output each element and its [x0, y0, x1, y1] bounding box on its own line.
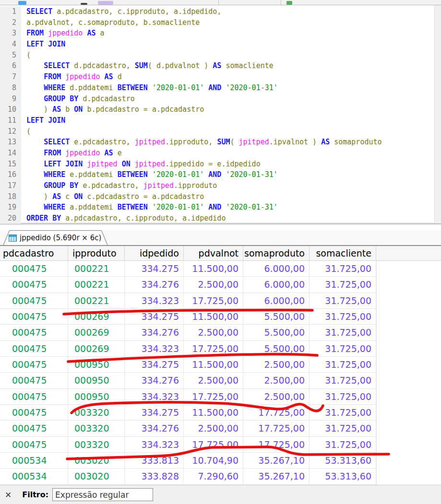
grid-cell[interactable]: 11.500,00 [184, 261, 243, 276]
grid-cell[interactable]: 17.725,00 [243, 421, 310, 436]
grid-cell[interactable]: 17.725,00 [184, 389, 243, 404]
grid-cell[interactable]: 2.500,00 [184, 277, 243, 292]
grid-cell[interactable]: 334.276 [125, 325, 184, 340]
column-header-ipproduto[interactable]: ipproduto [68, 246, 125, 260]
grid-cell[interactable]: 35.267,10 [243, 469, 310, 484]
grid-cell[interactable]: 7.290,60 [184, 469, 243, 484]
grid-cell[interactable]: 000475 [0, 325, 68, 340]
grid-cell[interactable]: 31.725,00 [310, 293, 376, 308]
code-text: ( [21, 50, 31, 61]
line-number: 9 [0, 94, 21, 105]
grid-cell[interactable]: 2.500,00 [184, 373, 243, 388]
grid-cell[interactable]: 35.267,10 [243, 453, 310, 468]
grid-cell[interactable]: 003020 [68, 453, 125, 468]
grid-cell[interactable]: 334.275 [125, 405, 184, 420]
grid-cell[interactable]: 31.725,00 [310, 389, 376, 404]
column-header-idpedido[interactable]: idpedido [125, 246, 184, 260]
column-header-somaproduto[interactable]: somaproduto [243, 246, 310, 260]
grid-cell[interactable]: 000475 [0, 277, 68, 292]
grid-cell[interactable]: 5.500,00 [243, 309, 310, 324]
grid-cell[interactable]: 5.500,00 [243, 325, 310, 340]
grid-cell[interactable]: 11.500,00 [184, 357, 243, 372]
grid-cell[interactable]: 000475 [0, 309, 68, 324]
grid-cell[interactable]: 000221 [68, 277, 125, 292]
grid-cell[interactable]: 334.276 [125, 277, 184, 292]
grid-cell[interactable]: 31.725,00 [310, 373, 376, 388]
line-number: 14 [0, 148, 21, 159]
grid-cell[interactable]: 5.500,00 [243, 341, 310, 356]
grid-cell[interactable]: 333.813 [125, 453, 184, 468]
grid-cell[interactable]: 000269 [68, 341, 125, 356]
grid-cell[interactable]: 000475 [0, 373, 68, 388]
grid-cell[interactable]: 10.704,90 [184, 453, 243, 468]
grid-cell[interactable]: 000475 [0, 405, 68, 420]
grid-cell[interactable]: 17.725,00 [184, 341, 243, 356]
grid-cell[interactable]: 31.725,00 [310, 325, 376, 340]
grid-cell[interactable]: 2.500,00 [184, 421, 243, 436]
grid-cell[interactable]: 000475 [0, 437, 68, 452]
grid-cell[interactable]: 334.275 [125, 261, 184, 276]
column-header-pdvalnot[interactable]: pdvalnot [184, 246, 243, 260]
filter-input[interactable] [52, 488, 153, 501]
grid-cell[interactable]: 000475 [0, 357, 68, 372]
grid-cell[interactable]: 31.725,00 [310, 261, 376, 276]
grid-cell[interactable]: 17.725,00 [184, 437, 243, 452]
grid-cell[interactable]: 31.725,00 [310, 421, 376, 436]
grid-cell[interactable]: 003320 [68, 437, 125, 452]
grid-cell[interactable]: 003320 [68, 405, 125, 420]
grid-cell[interactable]: 17.725,00 [184, 293, 243, 308]
grid-cell[interactable]: 000950 [68, 389, 125, 404]
column-header-somacliente[interactable]: somacliente [310, 246, 376, 260]
grid-cell[interactable]: 000221 [68, 261, 125, 276]
grid-cell[interactable]: 31.725,00 [310, 357, 376, 372]
grid-cell[interactable]: 000534 [0, 453, 68, 468]
results-tab-jppedido[interactable]: jppedido (5.690r × 6c) [3, 230, 108, 245]
grid-cell[interactable]: 31.725,00 [310, 437, 376, 452]
grid-cell[interactable]: 6.000,00 [243, 261, 310, 276]
grid-cell[interactable]: 2.500,00 [243, 389, 310, 404]
grid-cell[interactable]: 31.725,00 [310, 341, 376, 356]
grid-cell[interactable]: 31.725,00 [310, 309, 376, 324]
grid-cell[interactable]: 334.323 [125, 341, 184, 356]
editor-scrollbar[interactable] [434, 5, 441, 222]
grid-cell[interactable]: 6.000,00 [243, 293, 310, 308]
grid-cell[interactable]: 000475 [0, 341, 68, 356]
close-filter-icon[interactable]: ✕ [5, 490, 12, 500]
grid-cell[interactable]: 11.500,00 [184, 309, 243, 324]
grid-cell[interactable]: 333.828 [125, 469, 184, 484]
grid-cell[interactable]: 31.725,00 [310, 277, 376, 292]
grid-cell[interactable]: 334.275 [125, 309, 184, 324]
grid-cell[interactable]: 31.725,00 [310, 405, 376, 420]
grid-cell[interactable]: 000534 [0, 469, 68, 484]
grid-cell[interactable]: 334.276 [125, 421, 184, 436]
grid-cell[interactable]: 334.323 [125, 437, 184, 452]
grid-cell[interactable]: 53.313,60 [310, 453, 376, 468]
grid-cell[interactable]: 000950 [68, 373, 125, 388]
grid-cell[interactable]: 11.500,00 [184, 405, 243, 420]
grid-cell[interactable]: 17.725,00 [243, 437, 310, 452]
grid-row: 000534003020333.8287.290,6035.267,1053.3… [0, 469, 376, 484]
editor-results-divider[interactable] [0, 223, 441, 230]
grid-cell[interactable]: 6.000,00 [243, 277, 310, 292]
grid-cell[interactable]: 003020 [68, 469, 125, 484]
column-header-pdcadastro[interactable]: pdcadastro [0, 246, 68, 260]
grid-cell[interactable]: 2.500,00 [184, 325, 243, 340]
grid-cell[interactable]: 334.323 [125, 293, 184, 308]
grid-cell[interactable]: 334.276 [125, 373, 184, 388]
grid-cell[interactable]: 000475 [0, 389, 68, 404]
grid-cell[interactable]: 000475 [0, 421, 68, 436]
sql-editor[interactable]: 1SELECT a.pdcadastro, c.ipproduto, a.idp… [0, 5, 441, 223]
grid-cell[interactable]: 000221 [68, 293, 125, 308]
grid-cell[interactable]: 000475 [0, 261, 68, 276]
grid-cell[interactable]: 334.275 [125, 357, 184, 372]
grid-cell[interactable]: 000269 [68, 325, 125, 340]
grid-cell[interactable]: 53.313,60 [310, 469, 376, 484]
grid-cell[interactable]: 2.500,00 [243, 357, 310, 372]
grid-cell[interactable]: 000269 [68, 309, 125, 324]
grid-cell[interactable]: 000475 [0, 293, 68, 308]
grid-cell[interactable]: 000950 [68, 357, 125, 372]
grid-cell[interactable]: 334.323 [125, 389, 184, 404]
grid-cell[interactable]: 003320 [68, 421, 125, 436]
grid-cell[interactable]: 17.725,00 [243, 405, 310, 420]
grid-cell[interactable]: 2.500,00 [243, 373, 310, 388]
